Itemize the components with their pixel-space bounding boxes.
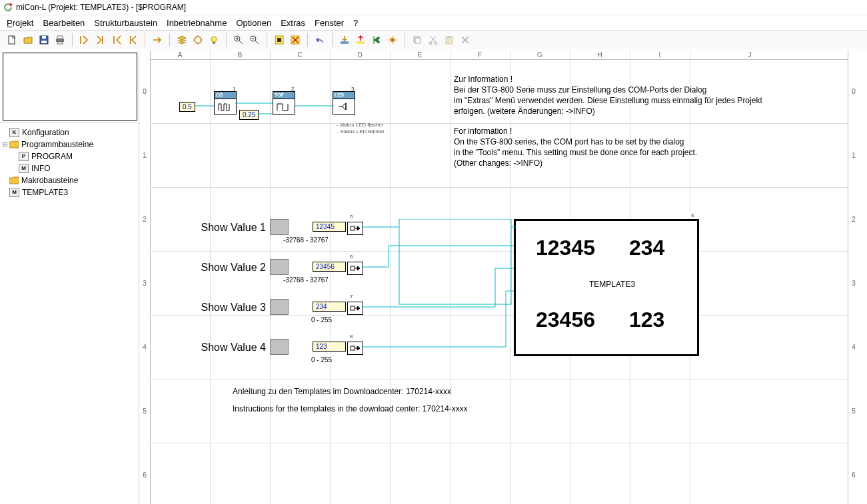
row-0: 0 [139,59,150,123]
nav4-icon[interactable] [125,33,140,47]
bulb-icon[interactable] [207,33,221,47]
nav3-icon[interactable] [109,33,124,47]
show-value-3-input[interactable]: 234 [313,302,346,312]
print-icon[interactable] [53,33,67,47]
svg-point-7 [195,37,201,43]
row-1: 1 [139,123,150,187]
diagram-canvas[interactable]: A B C D E F G H I J 0 1 2 [139,50,859,504]
open-icon[interactable] [21,33,35,47]
show-value-2-out-icon [347,262,363,275]
svg-rect-0 [9,36,15,44]
const-0-5[interactable]: 0.5 [179,102,195,112]
show-value-1-out-icon [347,222,363,235]
tree-makrobausteine[interactable]: Makrobausteine [3,174,136,186]
instructions-de: Anleitung zu den Templates im Downloadce… [233,387,451,396]
block-led[interactable]: LED [333,91,355,115]
svg-rect-3 [41,41,47,43]
upload-icon[interactable] [353,33,368,47]
show-value-3-label: Show Value 3 [186,302,266,314]
led-notes: - status LED flasher - Status LED Blinke… [337,122,385,135]
svg-rect-13 [277,38,281,42]
tree-info[interactable]: MINFO [3,162,136,174]
col-B: B [210,50,270,59]
undo-icon[interactable] [313,33,327,47]
block-cg[interactable]: CG [214,91,237,115]
show-value-2-input[interactable]: 23456 [313,262,346,272]
menu-optionen[interactable]: Optionen [236,18,271,28]
menu-inbetriebnahme[interactable]: Inbetriebnahme [167,18,227,28]
display-val-3: 23456 [536,308,595,332]
col-A: A [150,50,210,59]
seg-display[interactable]: 12345 234 TEMPLATE3 23456 123 [514,219,699,356]
save-icon[interactable] [37,33,51,47]
show-value-3-out-icon [347,302,363,315]
show-value-4-input[interactable]: 123 [313,342,346,352]
window-title: miCon-L (Projekt: TEMPLATE3) - [$PROGRAM… [16,3,186,12]
col-G: G [510,50,570,59]
layers-icon[interactable] [175,33,189,47]
project-tree[interactable]: KKonfiguration ⊟Programmbausteine PPROGR… [0,123,139,504]
menu-extras[interactable]: Extras [281,18,305,28]
svg-rect-30 [351,306,355,310]
run-icon[interactable] [369,33,384,47]
show-value-1-input[interactable]: 12345 [313,222,346,232]
svg-rect-32 [399,219,511,304]
menubar: Projekt Bearbeiten Strukturbaustein Inbe… [0,15,867,30]
display-title: TEMPLATE3 [589,280,635,289]
show-value-1-block[interactable] [270,219,289,235]
display-val-1: 12345 [536,236,595,260]
svg-rect-28 [351,226,355,230]
nav2-icon[interactable] [93,33,108,47]
svg-rect-23 [447,36,451,38]
nav1-icon[interactable] [77,33,92,47]
stop-icon[interactable] [288,33,303,47]
show-value-4-block[interactable] [270,339,289,355]
tree-konfiguration[interactable]: KKonfiguration [3,126,136,138]
menu-projekt[interactable]: Projekt [7,18,33,28]
compile-icon[interactable] [272,33,287,47]
tree-template3[interactable]: MTEMPLATE3 [3,186,136,198]
block-tof[interactable]: TOF [273,91,295,115]
show-value-4-out-icon [347,342,363,355]
instructions-en: Instructions for the templates in the do… [233,404,468,413]
show-value-3-block[interactable] [270,299,289,315]
menu-fenster[interactable]: Fenster [315,18,344,28]
col-H: H [570,50,630,59]
menu-strukturbaustein[interactable]: Strukturbaustein [94,18,157,28]
col-D: D [330,50,390,59]
delete-icon[interactable] [458,33,472,47]
zoom-out-icon[interactable] [247,33,262,47]
download-icon[interactable] [337,33,352,47]
menu-bearbeiten[interactable]: Bearbeiten [43,18,85,28]
zoom-in-icon[interactable] [231,33,246,47]
paste-icon[interactable] [442,33,456,47]
cut-icon[interactable] [426,33,440,47]
new-icon[interactable] [5,33,19,47]
svg-rect-15 [341,41,349,44]
svg-point-17 [391,38,395,42]
app-icon [3,2,13,13]
left-sidebar: KKonfiguration ⊟Programmbausteine PPROGR… [0,50,139,504]
config-icon[interactable] [191,33,205,47]
row-4: 4 [139,315,150,379]
svg-rect-2 [42,36,46,39]
show-value-2-block[interactable] [270,259,289,275]
copy-icon[interactable] [410,33,425,47]
tree-program[interactable]: PPROGRAM [3,150,136,162]
tree-programmbausteine[interactable]: ⊟Programmbausteine [3,138,136,150]
wires [362,219,516,366]
col-C: C [270,50,330,59]
goto-icon[interactable] [150,33,165,47]
titlebar: miCon-L (Projekt: TEMPLATE3) - [$PROGRAM… [0,0,867,15]
svg-rect-31 [351,346,355,350]
col-I: I [630,50,690,59]
show-value-4-range: 0 - 255 [311,356,332,364]
const-0-25[interactable]: 0.25 [239,110,259,120]
row-5: 5 [139,379,150,443]
menu-help[interactable]: ? [353,18,358,28]
debug-icon[interactable] [385,33,400,47]
row-2: 2 [139,187,150,251]
canvas-scroll[interactable]: A B C D E F G H I J 0 1 2 [139,50,867,504]
svg-rect-9 [213,42,215,44]
show-value-1-range: -32768 - 32767 [283,236,329,244]
